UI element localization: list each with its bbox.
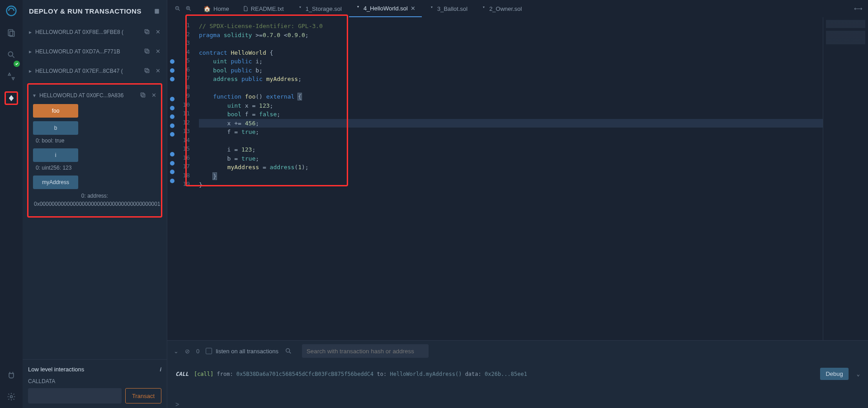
zoom-in-icon[interactable] bbox=[185, 5, 192, 12]
remix-logo[interactable] bbox=[4, 4, 19, 18]
minimap[interactable] bbox=[823, 17, 868, 340]
close-icon[interactable]: ✕ bbox=[151, 92, 156, 99]
copy-icon[interactable] bbox=[144, 28, 150, 35]
svg-line-19 bbox=[189, 9, 191, 11]
calldata-label: CALLDATA bbox=[28, 375, 161, 388]
copy-icon[interactable] bbox=[140, 92, 146, 99]
svg-rect-13 bbox=[142, 94, 145, 97]
instance-label: HELLOWORLD AT 0X0FC...9A836 bbox=[39, 92, 136, 99]
lowlevel-title: Low level interactions bbox=[28, 366, 84, 373]
tab-storage[interactable]: 1_Storage.sol bbox=[291, 0, 348, 17]
calldata-input[interactable] bbox=[28, 388, 122, 403]
sol-icon bbox=[355, 5, 361, 11]
fn-i-result: 0: uint256: 123 bbox=[33, 162, 156, 172]
info-icon[interactable]: i bbox=[160, 366, 161, 373]
chevron-down-icon[interactable]: ▾ bbox=[33, 92, 36, 99]
plugin-manager-icon[interactable] bbox=[5, 368, 18, 382]
copy-icon[interactable] bbox=[144, 67, 150, 74]
svg-rect-14 bbox=[141, 93, 144, 96]
tab-label: 1_Storage.sol bbox=[306, 5, 342, 12]
file-icon bbox=[243, 6, 248, 11]
fn-b-button[interactable]: b bbox=[33, 121, 78, 135]
svg-rect-9 bbox=[146, 50, 149, 53]
log-to: HelloWorld.myAddress() bbox=[390, 371, 462, 377]
line-numbers: 12345678910111213141516171819 bbox=[177, 17, 193, 340]
terminal-log-row[interactable]: CALL [call] from: 0x5B38Da6a701c568545dC… bbox=[175, 368, 860, 380]
listen-checkbox[interactable] bbox=[206, 348, 212, 354]
collapse-icon[interactable]: ⌄ bbox=[174, 348, 179, 355]
log-type: CALL bbox=[175, 371, 189, 377]
panel-title: DEPLOY & RUN TRANSACTIONS bbox=[29, 7, 142, 15]
svg-rect-10 bbox=[145, 49, 148, 52]
chevron-down-icon[interactable]: ⌄ bbox=[854, 371, 860, 377]
home-icon: 🏠 bbox=[203, 5, 211, 12]
tab-label: Home bbox=[213, 5, 229, 12]
svg-rect-7 bbox=[146, 31, 149, 34]
close-icon[interactable]: ✕ bbox=[156, 48, 160, 55]
log-from-label: from: bbox=[217, 371, 233, 377]
code-editor[interactable]: 12345678910111213141516171819 // SPDX-Li… bbox=[167, 17, 868, 340]
log-data: 0x26b...85ee1 bbox=[485, 371, 527, 377]
fn-i-button[interactable]: i bbox=[33, 148, 78, 162]
pending-count: 0 bbox=[196, 348, 199, 355]
svg-point-22 bbox=[286, 349, 290, 352]
file-explorer-icon[interactable] bbox=[5, 26, 18, 40]
instance-label: HELLOWORLD AT 0X7EF...8CB47 ( bbox=[35, 68, 140, 74]
listen-label: listen on all transactions bbox=[216, 348, 278, 355]
settings-icon[interactable] bbox=[5, 390, 18, 403]
svg-point-3 bbox=[8, 52, 13, 56]
sol-icon bbox=[429, 6, 434, 11]
log-to-label: to: bbox=[377, 371, 387, 377]
expand-icon[interactable]: ⟷ bbox=[849, 5, 868, 12]
svg-line-4 bbox=[13, 56, 14, 58]
instance-label: HELLOWORLD AT 0XF8E...9FBE8 ( bbox=[35, 29, 140, 35]
terminal-search-input[interactable] bbox=[302, 344, 429, 358]
log-tag: [call] bbox=[194, 371, 213, 377]
breakpoint-gutter[interactable] bbox=[167, 17, 177, 340]
svg-point-0 bbox=[7, 6, 16, 16]
tab-helloworld[interactable]: 4_HelloWorld.sol ✕ bbox=[349, 0, 422, 17]
chevron-right-icon: ▸ bbox=[29, 48, 32, 55]
svg-rect-12 bbox=[145, 68, 148, 71]
tab-label: 4_HelloWorld.sol bbox=[363, 5, 408, 12]
compiler-icon[interactable] bbox=[5, 70, 18, 83]
tab-ballot[interactable]: 3_Ballot.sol bbox=[423, 0, 474, 17]
svg-rect-8 bbox=[145, 29, 148, 33]
chevron-right-icon: ▸ bbox=[29, 29, 32, 35]
close-icon[interactable]: ✕ bbox=[156, 28, 160, 35]
docs-icon[interactable] bbox=[153, 8, 160, 15]
instance-row[interactable]: ▸ HELLOWORLD AT 0XF8E...9FBE8 ( ✕ bbox=[24, 22, 165, 42]
tab-label: 3_Ballot.sol bbox=[437, 5, 467, 12]
instance-expanded: ▾ HELLOWORLD AT 0X0FC...9A836 ✕ foo b 0:… bbox=[27, 83, 162, 218]
svg-rect-1 bbox=[8, 30, 13, 36]
clear-icon[interactable]: ⊘ bbox=[185, 348, 190, 355]
sol-icon bbox=[481, 6, 486, 11]
zoom-out-icon[interactable] bbox=[175, 5, 181, 12]
fn-myaddress-button[interactable]: myAddress bbox=[33, 176, 78, 189]
search-icon[interactable] bbox=[5, 48, 18, 62]
instance-row[interactable]: ▸ HELLOWORLD AT 0XD7A...F771B ✕ bbox=[24, 42, 165, 61]
tab-label: README.txt bbox=[251, 5, 284, 12]
svg-rect-6 bbox=[155, 9, 159, 14]
fn-b-result: 0: bool: true bbox=[33, 135, 156, 145]
tab-readme[interactable]: README.txt bbox=[236, 0, 290, 17]
svg-line-23 bbox=[289, 352, 291, 353]
fn-foo-button[interactable]: foo bbox=[33, 104, 78, 118]
tab-home[interactable]: 🏠 Home bbox=[197, 0, 236, 17]
svg-rect-11 bbox=[146, 70, 149, 73]
deploy-run-icon[interactable] bbox=[5, 91, 18, 105]
log-from: 0x5B38Da6a701c568545dCfcB03FcB875f56bedd… bbox=[236, 371, 373, 377]
debug-button[interactable]: Debug bbox=[820, 368, 848, 380]
svg-line-16 bbox=[179, 9, 180, 11]
close-icon[interactable]: ✕ bbox=[410, 5, 415, 12]
terminal-prompt[interactable]: > bbox=[167, 396, 868, 408]
copy-icon[interactable] bbox=[144, 48, 150, 55]
tab-label: 2_Owner.sol bbox=[489, 5, 522, 12]
instance-row[interactable]: ▸ HELLOWORLD AT 0X7EF...8CB47 ( ✕ bbox=[24, 61, 165, 81]
close-icon[interactable]: ✕ bbox=[156, 67, 160, 74]
sol-icon bbox=[297, 6, 303, 11]
svg-point-5 bbox=[10, 396, 13, 398]
transact-button[interactable]: Transact bbox=[125, 388, 161, 403]
tab-owner[interactable]: 2_Owner.sol bbox=[475, 0, 528, 17]
search-icon[interactable] bbox=[285, 347, 292, 355]
